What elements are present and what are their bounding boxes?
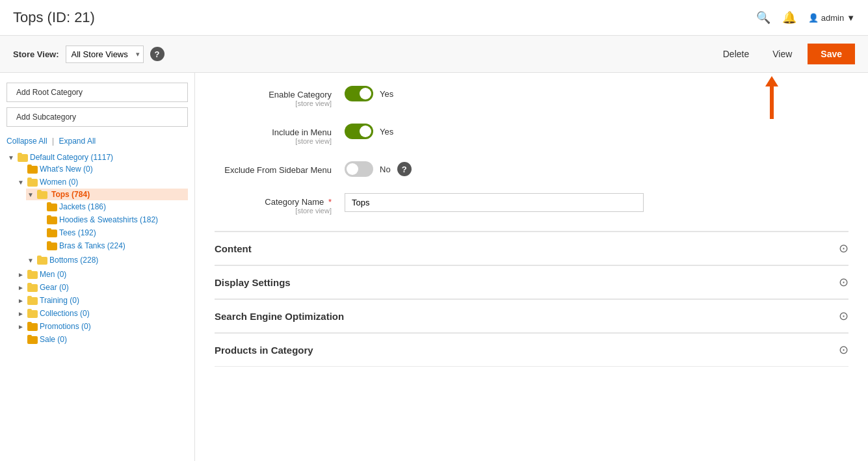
tree-row-sale[interactable]: Sale (0) — [16, 334, 188, 345]
tree-row-jackets[interactable]: Jackets (186) — [36, 202, 188, 212]
tree-row-men[interactable]: ► Men (0) — [16, 269, 188, 280]
include-in-menu-toggle[interactable] — [345, 124, 373, 139]
include-in-menu-slider — [345, 124, 373, 139]
expand-all-link[interactable]: Expand All — [59, 137, 96, 146]
include-in-menu-sublabel: [store view] — [215, 137, 332, 145]
folder-icon-tops — [37, 190, 47, 199]
help-icon[interactable]: ? — [150, 47, 164, 61]
toolbar: Store View: All Store Views ? Delete Vie… — [0, 36, 868, 73]
exclude-from-sidebar-value: No — [380, 165, 391, 174]
tree-row-women[interactable]: ▼ Women (0) — [16, 177, 188, 187]
products-section-toggle: ⊙ — [839, 343, 848, 357]
tree-label-hoodies[interactable]: Hoodies & Sweatshirts (182) — [59, 215, 158, 224]
folder-icon-default — [18, 153, 28, 162]
folder-icon-sale — [27, 335, 38, 344]
tree-toggle-tops[interactable]: ▼ — [27, 191, 35, 198]
tree-item-tops: ▼ Tops (784) — [26, 187, 188, 254]
add-root-category-button[interactable]: Add Root Category — [7, 83, 188, 102]
tree-label-whats-new[interactable]: What's New (0) — [40, 165, 93, 174]
admin-menu[interactable]: 👤 admin ▼ — [808, 13, 855, 23]
tree-toggle-default[interactable]: ▼ — [8, 154, 16, 161]
folder-icon-gear — [27, 283, 38, 292]
seo-section-header[interactable]: Search Engine Optimization ⊙ — [215, 299, 848, 332]
save-button[interactable]: Save — [808, 44, 855, 64]
tree-item-bras-tanks: Bras & Tanks (224) — [36, 239, 188, 252]
main-layout: Add Root Category Add Subcategory Collap… — [0, 73, 868, 461]
tree-row-bras-tanks[interactable]: Bras & Tanks (224) — [36, 241, 188, 251]
tree-label-bras-tanks[interactable]: Bras & Tanks (224) — [59, 241, 125, 250]
exclude-from-sidebar-control: No ? — [345, 161, 848, 177]
tree-toggle-promotions[interactable]: ► — [18, 323, 25, 330]
tree-label-men[interactable]: Men (0) — [40, 270, 66, 279]
include-in-menu-value: Yes — [380, 127, 393, 137]
tree-toggle-bottoms[interactable]: ▼ — [27, 257, 35, 264]
tree-row-bottoms[interactable]: ▼ Bottoms (228) — [26, 255, 188, 265]
display-settings-section-header[interactable]: Display Settings ⊙ — [215, 265, 848, 298]
view-button[interactable]: View — [765, 45, 800, 63]
arrow-up-icon — [765, 76, 778, 86]
tree-label-jackets[interactable]: Jackets (186) — [59, 202, 106, 211]
content-section-title: Content — [215, 243, 252, 254]
header-actions: 🔍 🔔 👤 admin ▼ — [756, 10, 855, 25]
tree-row-whats-new[interactable]: What's New (0) — [16, 164, 188, 174]
tree-toggle-gear[interactable]: ► — [18, 284, 25, 291]
tree-toggle-women[interactable]: ▼ — [18, 179, 25, 186]
tree-row-gear[interactable]: ► Gear (0) — [16, 282, 188, 293]
exclude-from-sidebar-label-group: Exclude From Sidebar Menu — [215, 161, 345, 175]
enable-category-toggle[interactable] — [345, 86, 373, 101]
tree-row-hoodies[interactable]: Hoodies & Sweatshirts (182) — [36, 215, 188, 225]
tree-row-default-category[interactable]: ▼ Default Category (1117) — [7, 152, 188, 163]
admin-label-text: admin — [821, 13, 844, 23]
chevron-down-icon: ▼ — [847, 13, 855, 23]
user-icon: 👤 — [808, 13, 819, 23]
tree-label-tops[interactable]: Tops (784) — [49, 189, 92, 200]
tree-label-gear[interactable]: Gear (0) — [40, 283, 69, 292]
tree-toggle-men[interactable]: ► — [18, 271, 25, 278]
tree-label-default-category[interactable]: Default Category (1117) — [30, 153, 113, 162]
seo-section-title: Search Engine Optimization — [215, 311, 344, 322]
category-name-label: Category Name * — [215, 197, 332, 207]
bell-icon[interactable]: 🔔 — [782, 10, 796, 25]
products-section-header[interactable]: Products in Category ⊙ — [215, 333, 848, 366]
display-settings-section-title: Display Settings — [215, 277, 291, 288]
tree-item-men: ► Men (0) — [16, 268, 188, 281]
tree-row-collections[interactable]: ► Collections (0) — [16, 308, 188, 319]
exclude-sidebar-help-icon[interactable]: ? — [397, 162, 412, 176]
tree-label-promotions[interactable]: Promotions (0) — [40, 322, 91, 331]
tree-label-bottoms[interactable]: Bottoms (228) — [49, 256, 98, 265]
store-view-select[interactable]: All Store Views — [66, 46, 144, 63]
tree-controls: Collapse All | Expand All — [7, 137, 188, 146]
search-icon[interactable]: 🔍 — [756, 10, 770, 25]
include-in-menu-control: Yes — [345, 124, 848, 139]
category-name-input[interactable] — [345, 193, 644, 212]
content-section-header[interactable]: Content ⊙ — [215, 231, 848, 265]
include-in-menu-label-group: Include in Menu [store view] — [215, 124, 345, 145]
tree-label-collections[interactable]: Collections (0) — [40, 309, 90, 318]
folder-icon-bottoms — [37, 256, 47, 265]
delete-button[interactable]: Delete — [715, 45, 757, 63]
tree-row-training[interactable]: ► Training (0) — [16, 295, 188, 306]
category-name-label-group: Category Name * [store view] — [215, 193, 345, 215]
tree-label-training[interactable]: Training (0) — [40, 296, 79, 305]
tree-item-bottoms: ▼ Bottoms (228) — [26, 254, 188, 267]
tree-toggle-collections[interactable]: ► — [18, 310, 25, 317]
tree-row-tops[interactable]: ▼ Tops (784) — [26, 189, 188, 200]
tree-toggle-training[interactable]: ► — [18, 297, 25, 304]
enable-category-row: Enable Category [store view] Yes — [215, 86, 848, 111]
separator: | — [52, 137, 54, 146]
exclude-from-sidebar-toggle[interactable] — [345, 161, 373, 177]
store-view-select-wrapper[interactable]: All Store Views — [66, 46, 144, 63]
folder-icon-bras-tanks — [47, 241, 57, 250]
collapse-all-link[interactable]: Collapse All — [7, 137, 47, 146]
tree-label-women[interactable]: Women (0) — [40, 178, 78, 187]
tree-row-tees[interactable]: Tees (192) — [36, 228, 188, 238]
add-subcategory-button[interactable]: Add Subcategory — [7, 107, 188, 127]
tree-label-tees[interactable]: Tees (192) — [59, 228, 96, 237]
folder-icon-hoodies — [47, 215, 57, 224]
tree-children-tops: Jackets (186) — [26, 200, 188, 252]
tree-label-sale[interactable]: Sale (0) — [40, 335, 67, 344]
tree-row-promotions[interactable]: ► Promotions (0) — [16, 321, 188, 332]
products-section-title: Products in Category — [215, 345, 313, 356]
section-divider-5 — [215, 366, 848, 367]
tree-item-women: ▼ Women (0) ▼ — [16, 176, 188, 268]
